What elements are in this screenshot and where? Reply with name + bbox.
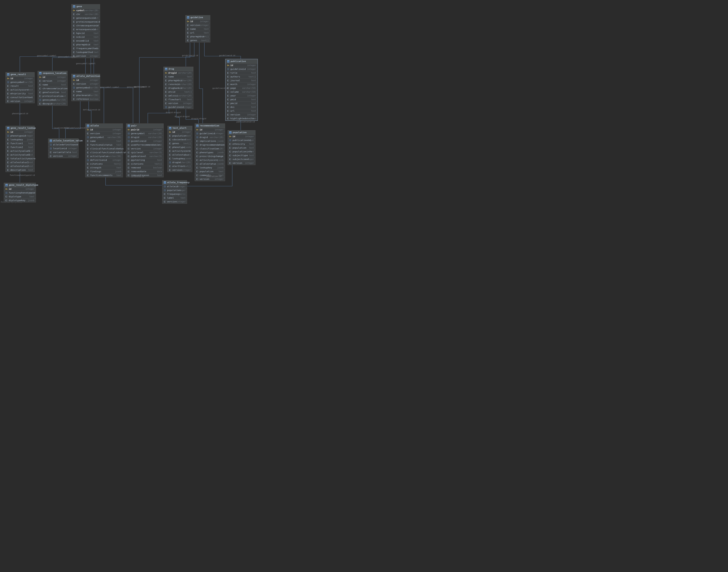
column-row[interactable]: allelestatusjsonb <box>168 153 192 157</box>
table-gene_result_diplotype[interactable]: gene_result_diplotypeidintegerfunctionph… <box>4 183 36 202</box>
column-row[interactable]: genestext[] <box>186 39 210 42</box>
column-row[interactable]: cpiclevelvarchar(5) <box>126 151 163 154</box>
column-row[interactable]: pharmgkbidvarchar(20) <box>163 79 193 82</box>
table-allele_definition[interactable]: allele_definitionidintegerversioninteger… <box>71 74 100 101</box>
column-row[interactable]: flowcharttext <box>163 98 193 101</box>
column-row[interactable]: strengthtext <box>85 166 123 170</box>
column-row[interactable]: chrvarchar(20) <box>72 12 100 16</box>
column-row[interactable]: functionphenotypeidinteger <box>4 191 36 195</box>
column-row[interactable]: yearinteger <box>226 94 257 98</box>
column-row[interactable]: allelestatus1text <box>6 161 35 164</box>
column-row[interactable]: idinteger <box>6 130 35 134</box>
table-header[interactable]: allele_frequency <box>162 181 187 185</box>
column-row[interactable]: alerttexttext[] <box>168 164 192 168</box>
column-row[interactable]: populationtext <box>195 170 225 173</box>
column-row[interactable]: titletext <box>226 71 257 75</box>
table-header[interactable]: allele_location_value <box>48 139 78 143</box>
column-row[interactable]: atcidtext[] <box>163 90 193 94</box>
column-row[interactable]: versioninteger <box>186 23 210 27</box>
column-row[interactable]: versioninteger <box>126 147 163 151</box>
column-row[interactable]: proteinlocationtext <box>38 94 67 98</box>
column-row[interactable]: descriptiontext <box>6 168 35 172</box>
column-row[interactable]: phenotypejsonb <box>168 145 192 149</box>
column-row[interactable]: versioninteger <box>38 79 67 83</box>
column-row[interactable]: ncbiidtext <box>72 35 100 39</box>
column-row[interactable]: versioninteger <box>168 168 192 172</box>
table-test_alert[interactable]: test_alertidintegerpopulationtextcdscont… <box>168 126 192 172</box>
column-row[interactable]: activityvaluevarchar(50) <box>85 154 123 158</box>
column-row[interactable]: ethnicitytext <box>228 142 255 146</box>
column-row[interactable]: populationtext <box>168 134 192 138</box>
table-header[interactable]: drug <box>163 67 193 71</box>
column-row[interactable]: totalactivityscoretext <box>6 157 35 161</box>
column-row[interactable]: removeddatedate <box>126 170 163 173</box>
table-drug[interactable]: drugdrugidvarchar(20)nametextpharmgkbidv… <box>163 67 193 109</box>
column-row[interactable]: locationidinteger <box>48 147 78 150</box>
table-header[interactable]: gene_result_diplotype <box>4 183 36 187</box>
table-allele_location_value[interactable]: allele_location_valuealleledefinitionidi… <box>48 138 78 158</box>
column-row[interactable]: drugidvarchar(20) <box>195 136 225 139</box>
column-row[interactable]: versioninteger <box>85 132 123 136</box>
table-sequence_location[interactable]: sequence_locationidintegerversioninteger… <box>38 71 68 106</box>
column-row[interactable]: clinicalfunctionalstatustext <box>85 147 123 151</box>
table-gene_result[interactable]: gene_resultidintegergenesymbolvarchar(50… <box>5 72 35 103</box>
column-row[interactable]: implicationsjsonb <box>195 139 225 143</box>
column-row[interactable]: labeltext <box>162 196 187 200</box>
column-row[interactable]: pharmvaridvarchar(50) <box>72 93 100 97</box>
table-header[interactable]: pair <box>126 124 163 128</box>
table-header[interactable]: population <box>228 130 255 135</box>
table-guideline[interactable]: guidelineidintegerversionintegernametext… <box>185 15 210 43</box>
column-row[interactable]: versioninteger <box>163 101 193 105</box>
column-row[interactable]: genesequenceidtext <box>72 16 100 20</box>
column-row[interactable]: consultationtexttext <box>6 96 35 99</box>
column-row[interactable]: idinteger <box>85 128 123 132</box>
column-row[interactable]: citationstext[] <box>85 162 123 166</box>
column-row[interactable]: volumevarchar(50) <box>226 90 257 94</box>
column-row[interactable]: subjecttypetext <box>228 154 255 157</box>
column-row[interactable]: mrnasequenceidtext <box>72 28 100 31</box>
column-row[interactable]: proteinsequenceidtext <box>72 20 100 24</box>
column-row[interactable]: monthinteger <box>226 82 257 86</box>
column-row[interactable]: genestext[] <box>168 142 192 145</box>
column-row[interactable]: versioninteger <box>228 161 255 165</box>
column-row[interactable]: citationstext[] <box>126 162 163 166</box>
column-row[interactable]: genesymbolvarchar(20) <box>126 132 163 136</box>
column-row[interactable]: urltext <box>226 109 257 113</box>
table-header[interactable]: publication <box>226 59 257 64</box>
column-row[interactable]: pmidtext <box>226 98 257 101</box>
column-row[interactable]: guidelineidinteger <box>226 67 257 71</box>
column-row[interactable]: lookupmethodtext <box>72 51 100 54</box>
column-row[interactable]: versioninteger <box>162 200 187 204</box>
table-header[interactable]: test_alert <box>168 126 192 130</box>
column-row[interactable]: pharmgkbidtext <box>72 43 100 47</box>
column-row[interactable]: pharmgkbidtext[] <box>186 35 210 39</box>
column-row[interactable]: idinteger <box>195 128 225 132</box>
column-row[interactable]: activityscorejsonb <box>168 149 192 153</box>
table-header[interactable]: gene_result_lookup <box>6 126 35 130</box>
column-row[interactable]: lookupkeyjsonb <box>195 166 225 170</box>
column-row[interactable]: frequencymethodstext <box>72 47 100 51</box>
column-row[interactable]: classificationvarchar(20) <box>195 147 225 151</box>
table-header[interactable]: sequence_location <box>38 71 67 75</box>
table-header[interactable]: allele_definition <box>72 74 100 78</box>
column-row[interactable]: activityvalue2text <box>6 153 35 157</box>
table-header[interactable]: guideline <box>186 15 210 20</box>
column-row[interactable]: idinteger <box>72 78 100 82</box>
column-row[interactable]: populationinfotext <box>228 150 255 154</box>
table-pair[interactable]: pairpairidintegergenesymbolvarchar(20)dr… <box>126 124 163 177</box>
column-row[interactable]: lookupkeyjsonb <box>6 138 35 142</box>
table-header[interactable]: recommendation <box>195 124 225 128</box>
column-row[interactable]: referenceboolean <box>72 97 100 101</box>
column-row[interactable]: variantalleletext <box>48 150 78 154</box>
column-row[interactable]: findingsjsonb <box>85 170 123 173</box>
column-row[interactable]: diplotypekeyjsonb <box>4 199 36 202</box>
column-row[interactable]: alleledefinitionidinteger <box>48 143 78 147</box>
column-row[interactable]: genesymbolvarchar(50) <box>72 86 100 90</box>
column-row[interactable]: ehrprioritytext <box>6 92 35 96</box>
table-allele[interactable]: alleleidintegerversionintegergenesymbolv… <box>85 124 123 177</box>
column-row[interactable]: idinteger <box>226 64 257 67</box>
table-population[interactable]: populationidintegerpublicationidintegere… <box>227 130 256 165</box>
column-row[interactable]: definitionidinteger <box>85 158 123 162</box>
column-row[interactable]: genelocationtext <box>38 90 67 94</box>
column-row[interactable]: function2text <box>6 145 35 149</box>
